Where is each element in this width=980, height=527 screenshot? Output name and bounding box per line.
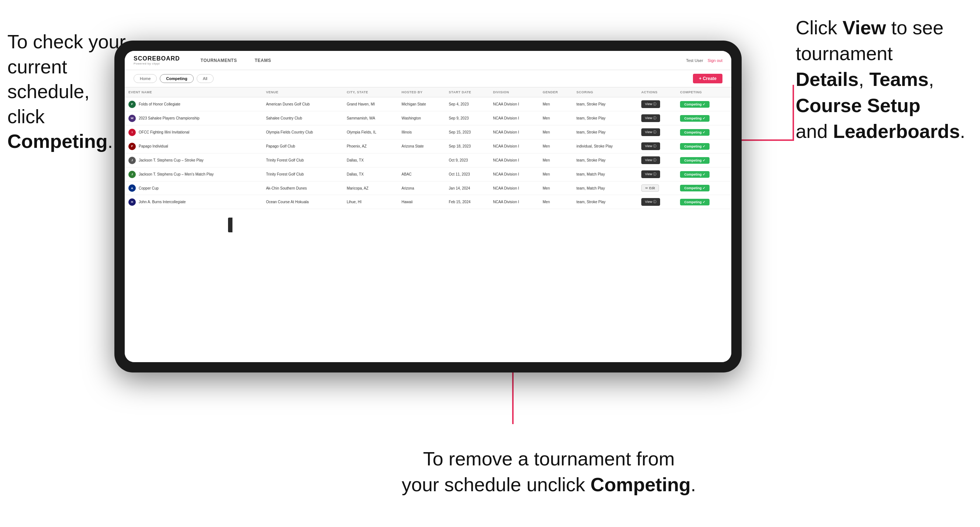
table-container: EVENT NAME VENUE CITY, STATE HOSTED BY S… <box>125 87 731 362</box>
gender-cell-5: Men <box>539 167 573 181</box>
hosted-by-cell-7: Hawaii <box>398 195 445 209</box>
table-header-row: EVENT NAME VENUE CITY, STATE HOSTED BY S… <box>125 87 731 97</box>
tablet-frame: SCOREBOARD Powered by clippi TOURNAMENTS… <box>115 41 741 373</box>
division-cell-1: NCAA Division I <box>489 111 539 125</box>
division-cell-7: NCAA Division I <box>489 195 539 209</box>
competing-button-1[interactable]: Competing ✓ <box>680 115 710 122</box>
top-nav: SCOREBOARD Powered by clippi TOURNAMENTS… <box>125 51 731 70</box>
venue-cell-6: Ak-Chin Southern Dunes <box>262 181 343 195</box>
city-state-cell-0: Grand Haven, MI <box>343 97 398 111</box>
table-row: W 2023 Sahalee Players Championship Saha… <box>125 111 731 125</box>
col-venue: VENUE <box>262 87 343 97</box>
event-name-1: 2023 Sahalee Players Championship <box>139 116 200 120</box>
competing-button-4[interactable]: Competing ✓ <box>680 157 710 164</box>
tournaments-table: EVENT NAME VENUE CITY, STATE HOSTED BY S… <box>125 87 731 209</box>
col-scoring: SCORING <box>573 87 638 97</box>
competing-cell-7: Competing ✓ <box>676 195 731 209</box>
annotation-top-right: Click View to see tournament Details, Te… <box>795 15 965 144</box>
hosted-by-cell-2: Illinois <box>398 125 445 140</box>
table-row: H John A. Burns Intercollegiate Ocean Co… <box>125 195 731 209</box>
gender-cell-1: Men <box>539 111 573 125</box>
competing-button-5[interactable]: Competing ✓ <box>680 171 710 178</box>
tablet-screen: SCOREBOARD Powered by clippi TOURNAMENTS… <box>125 51 731 362</box>
table-row: F Folds of Honor Collegiate American Dun… <box>125 97 731 111</box>
view-button-1[interactable]: View ⓘ <box>641 114 660 122</box>
gender-cell-4: Men <box>539 153 573 167</box>
event-name-cell-3: P Papago Individual <box>125 140 262 153</box>
hosted-by-cell-0: Michigan State <box>398 97 445 111</box>
event-name-cell-2: I OFCC Fighting Illini Invitational <box>125 125 262 140</box>
edit-button-6[interactable]: ✏ Edit <box>641 184 659 192</box>
competing-button-7[interactable]: Competing ✓ <box>680 199 710 205</box>
scoring-cell-1: team, Stroke Play <box>573 111 638 125</box>
sign-out-link[interactable]: Sign out <box>708 58 722 63</box>
city-state-cell-7: Lihue, HI <box>343 195 398 209</box>
division-cell-2: NCAA Division I <box>489 125 539 140</box>
competing-button-3[interactable]: Competing ✓ <box>680 143 710 150</box>
venue-cell-7: Ocean Course At Hokuala <box>262 195 343 209</box>
venue-cell-3: Papago Golf Club <box>262 140 343 153</box>
competing-cell-0: Competing ✓ <box>676 97 731 111</box>
col-actions: ACTIONS <box>638 87 676 97</box>
view-button-0[interactable]: View ⓘ <box>641 100 660 108</box>
city-state-cell-5: Dallas, TX <box>343 167 398 181</box>
city-state-cell-2: Olympia Fields, IL <box>343 125 398 140</box>
view-button-3[interactable]: View ⓘ <box>641 142 660 150</box>
filter-bar: Home Competing All + Create <box>125 70 731 87</box>
event-name-4: Jackson T. Stephens Cup – Stroke Play <box>139 158 203 162</box>
scoring-cell-0: team, Stroke Play <box>573 97 638 111</box>
table-row: I OFCC Fighting Illini Invitational Olym… <box>125 125 731 140</box>
city-state-cell-4: Dallas, TX <box>343 153 398 167</box>
team-logo-6: A <box>129 184 136 192</box>
hosted-by-cell-6: Arizona <box>398 181 445 195</box>
team-logo-0: F <box>129 101 136 108</box>
col-start-date: START DATE <box>445 87 489 97</box>
venue-cell-0: American Dunes Golf Club <box>262 97 343 111</box>
start-date-cell-5: Oct 11, 2023 <box>445 167 489 181</box>
competing-button-0[interactable]: Competing ✓ <box>680 101 710 108</box>
event-name-cell-6: A Copper Cup <box>125 181 262 195</box>
team-logo-3: P <box>129 143 136 150</box>
competing-button-6[interactable]: Competing ✓ <box>680 185 710 191</box>
scoring-cell-6: team, Match Play <box>573 181 638 195</box>
competing-filter-btn[interactable]: Competing <box>160 74 193 83</box>
action-cell-4: View ⓘ <box>638 153 676 167</box>
annotation-bottom: To remove a tournament from your schedul… <box>402 446 696 497</box>
competing-cell-3: Competing ✓ <box>676 140 731 153</box>
nav-tournaments[interactable]: TOURNAMENTS <box>198 56 240 65</box>
table-row: J Jackson T. Stephens Cup – Stroke Play … <box>125 153 731 167</box>
col-competing: COMPETING <box>676 87 731 97</box>
view-button-7[interactable]: View ⓘ <box>641 198 660 206</box>
event-name-7: John A. Burns Intercollegiate <box>139 200 186 204</box>
table-row: P Papago Individual Papago Golf Club Pho… <box>125 140 731 153</box>
create-button[interactable]: + Create <box>693 74 722 83</box>
start-date-cell-3: Sep 18, 2023 <box>445 140 489 153</box>
division-cell-5: NCAA Division I <box>489 167 539 181</box>
table-row: J Jackson T. Stephens Cup – Men's Match … <box>125 167 731 181</box>
division-cell-6: NCAA Division I <box>489 181 539 195</box>
view-button-2[interactable]: View ⓘ <box>641 129 660 136</box>
gender-cell-7: Men <box>539 195 573 209</box>
all-filter-btn[interactable]: All <box>197 74 214 83</box>
venue-cell-1: Sahalee Country Club <box>262 111 343 125</box>
nav-teams[interactable]: TEAMS <box>251 56 274 65</box>
view-button-4[interactable]: View ⓘ <box>641 156 660 164</box>
city-state-cell-3: Phoenix, AZ <box>343 140 398 153</box>
action-cell-3: View ⓘ <box>638 140 676 153</box>
venue-cell-5: Trinity Forest Golf Club <box>262 167 343 181</box>
start-date-cell-1: Sep 9, 2023 <box>445 111 489 125</box>
user-name: Test User <box>686 58 703 63</box>
view-button-5[interactable]: View ⓘ <box>641 170 660 178</box>
city-state-cell-1: Sammamish, WA <box>343 111 398 125</box>
col-division: DIVISION <box>489 87 539 97</box>
start-date-cell-7: Feb 15, 2024 <box>445 195 489 209</box>
division-cell-4: NCAA Division I <box>489 153 539 167</box>
scoring-cell-3: individual, Stroke Play <box>573 140 638 153</box>
competing-cell-6: Competing ✓ <box>676 181 731 195</box>
competing-button-2[interactable]: Competing ✓ <box>680 129 710 136</box>
action-cell-1: View ⓘ <box>638 111 676 125</box>
team-logo-2: I <box>129 129 136 136</box>
home-filter-btn[interactable]: Home <box>134 74 157 83</box>
col-city-state: CITY, STATE <box>343 87 398 97</box>
event-name-cell-4: J Jackson T. Stephens Cup – Stroke Play <box>125 153 262 167</box>
